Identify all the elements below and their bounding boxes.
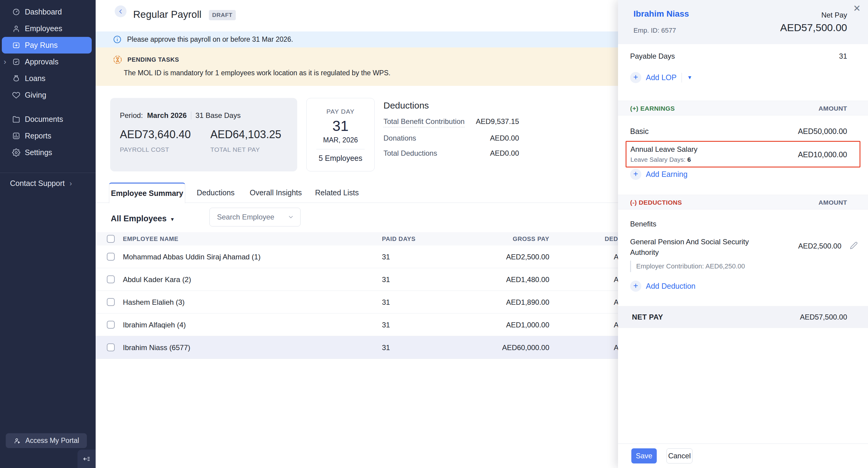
cancel-button[interactable]: Cancel — [666, 448, 692, 464]
annual-leave-salary-label: Annual Leave Salary — [630, 145, 697, 154]
row-checkbox[interactable] — [107, 321, 115, 329]
period-summary-card: Period: March 2026 31 Base Days AED73,64… — [110, 98, 297, 171]
add-earning-button[interactable]: + Add Earning — [630, 169, 688, 180]
approval-info-banner: Please approve this payroll on or before… — [96, 31, 618, 47]
back-button[interactable] — [115, 5, 126, 17]
pay-day-card: PAY DAY 31 MAR, 2026 5 Employees — [306, 98, 375, 171]
sidebar-item-loans[interactable]: Loans — [2, 70, 92, 87]
tab-overall-insights[interactable]: Overall Insights — [250, 182, 302, 203]
annual-leave-salary-highlight[interactable]: Annual Leave Salary Leave Salary Days: 6… — [626, 141, 861, 167]
add-deduction-button[interactable]: + Add Deduction — [630, 280, 695, 292]
total-deductions-value: AED0.00 — [490, 149, 519, 158]
employee-name-cell[interactable]: Ibrahim Niass (6577) — [123, 336, 190, 359]
total-benefit-contribution-label[interactable]: Total Benefit Contribution — [383, 117, 465, 127]
sidebar-item-dashboard[interactable]: Dashboard — [2, 4, 92, 20]
approval-info-text: Please approve this payroll on or before… — [127, 35, 293, 43]
pending-hourglass-icon — [113, 55, 122, 64]
deduction-summary-row: Total Deductions AED0.00 — [383, 149, 519, 158]
deductions-section-header: (-) DEDUCTIONS AMOUNT — [618, 195, 868, 209]
employee-count: 5 Employees — [307, 154, 374, 163]
paid-days-cell: 31 — [382, 291, 390, 313]
tab-employee-summary[interactable]: Employee Summary — [109, 182, 185, 203]
page-title: Regular Payroll — [133, 9, 202, 20]
pending-tasks-banner: PENDING TASKS The MOL ID is mandatory fo… — [96, 47, 618, 86]
select-all-checkbox[interactable] — [107, 235, 115, 243]
pension-deduction-label: General Pension And Social Security Auth… — [630, 236, 766, 258]
deductions-header-label: (-) DEDUCTIONS — [630, 195, 682, 210]
paid-days-cell: 31 — [382, 313, 390, 336]
plus-icon: + — [630, 72, 641, 83]
column-paid-days[interactable]: PAID DAYS — [382, 232, 415, 245]
pay-runs-icon — [12, 41, 20, 49]
deductions-amount-header: AMOUNT — [818, 195, 847, 210]
row-checkbox[interactable] — [107, 253, 115, 261]
employee-name-cell[interactable]: Mohammad Abbas Uddin Siraj Ahamad (1) — [123, 245, 260, 268]
pending-tasks-message: The MOL ID is mandatory for 1 employees … — [124, 69, 391, 77]
sidebar-nav: Dashboard Employees Pay Runs › Approvals… — [0, 0, 96, 161]
column-employee-name[interactable]: EMPLOYEE NAME — [123, 232, 178, 245]
leave-salary-days: Leave Salary Days: 6 — [630, 156, 691, 163]
net-pay-row-value: AED57,500.00 — [800, 306, 847, 328]
column-gross-pay[interactable]: GROSS PAY — [489, 232, 549, 245]
sidebar-item-giving[interactable]: Giving — [2, 87, 92, 103]
row-checkbox[interactable] — [107, 298, 115, 306]
tab-related-lists[interactable]: Related Lists — [315, 182, 359, 203]
donations-label: Donations — [383, 134, 416, 142]
payroll-app: Dashboard Employees Pay Runs › Approvals… — [0, 0, 868, 468]
plus-icon: + — [630, 280, 641, 292]
period-label: Period: — [120, 111, 143, 120]
table-row[interactable]: Mohammad Abbas Uddin Siraj Ahamad (1) 31… — [96, 245, 641, 268]
sidebar-item-documents[interactable]: Documents — [2, 111, 92, 128]
sidebar-item-pay-runs[interactable]: Pay Runs — [2, 37, 92, 54]
total-benefit-contribution-value: AED9,537.15 — [476, 117, 519, 126]
employee-table-body: Mohammad Abbas Uddin Siraj Ahamad (1) 31… — [96, 245, 641, 359]
table-row[interactable]: Ibrahim Alfaqieh (4) 31 AED1,000.00 AED — [96, 313, 641, 336]
sidebar-item-reports[interactable]: Reports — [2, 128, 92, 144]
pending-tasks-title: PENDING TASKS — [127, 56, 179, 63]
status-badge: DRAFT — [209, 10, 236, 20]
net-pay-value: AED57,500.00 — [780, 22, 847, 34]
employee-name-cell[interactable]: Abdul Kader Kara (2) — [123, 268, 191, 291]
employee-filter-dropdown[interactable]: All Employees ▼ — [111, 214, 175, 224]
sidebar-item-settings[interactable]: Settings — [2, 144, 92, 161]
employees-icon — [12, 25, 20, 33]
pay-day-month-year: MAR, 2026 — [307, 136, 374, 144]
chevron-right-icon[interactable]: › — [4, 57, 6, 66]
add-lop-caret-icon[interactable]: ▼ — [687, 75, 692, 81]
payroll-cost-label: PAYROLL COST — [120, 146, 191, 153]
table-row[interactable]: Abdul Kader Kara (2) 31 AED1,480.00 AED — [96, 268, 641, 291]
base-days: 31 Base Days — [195, 111, 241, 120]
sidebar-item-approvals[interactable]: › Approvals — [2, 54, 92, 70]
table-row[interactable]: Hashem Elalieh (3) 31 AED1,890.00 AED — [96, 291, 641, 313]
benefits-group-label: Benefits — [630, 220, 656, 228]
period-value: March 2026 — [147, 111, 187, 120]
sidebar-collapse-button[interactable] — [78, 449, 96, 468]
save-button[interactable]: Save — [631, 448, 657, 464]
row-checkbox[interactable] — [107, 343, 115, 351]
paid-days-cell: 31 — [382, 268, 390, 291]
portal-user-icon — [13, 437, 22, 445]
employee-name-cell[interactable]: Ibrahim Alfaqieh (4) — [123, 313, 186, 336]
table-row[interactable]: Ibrahim Niass (6577) 31 AED60,000.00 AED — [96, 336, 641, 359]
search-employee-select[interactable]: Search Employee — [210, 208, 301, 227]
dashboard-icon — [12, 8, 20, 16]
access-my-portal-button[interactable]: Access My Portal — [6, 433, 87, 448]
payroll-cost-value: AED73,640.40 — [120, 128, 191, 141]
basic-label: Basic — [630, 127, 649, 136]
total-net-pay-value: AED64,103.25 — [210, 128, 281, 141]
employer-contribution-note: Employer Contribution: AED6,250.00 — [630, 261, 745, 272]
sidebar-item-employees[interactable]: Employees — [2, 20, 92, 37]
basic-amount: AED50,000.00 — [798, 127, 847, 136]
payable-days-label: Payable Days — [630, 52, 675, 61]
edit-pencil-icon[interactable] — [850, 241, 858, 249]
employee-detail-panel: Ibrahim Niass Net Pay Emp. ID: 6577 AED5… — [618, 0, 868, 468]
employee-name-cell[interactable]: Hashem Elalieh (3) — [123, 291, 185, 313]
row-checkbox[interactable] — [107, 275, 115, 283]
add-lop-button[interactable]: + Add LOP ▼ — [630, 72, 692, 83]
contact-support-link[interactable]: Contact Support › — [10, 179, 72, 188]
table-header: EMPLOYEE NAME PAID DAYS GROSS PAY DEDUCT… — [96, 232, 641, 245]
employee-name-link[interactable]: Ibrahim Niass — [633, 9, 689, 19]
close-icon[interactable]: ✕ — [853, 3, 861, 13]
total-deductions-label: Total Deductions — [383, 149, 437, 158]
tab-deductions[interactable]: Deductions — [197, 182, 235, 203]
